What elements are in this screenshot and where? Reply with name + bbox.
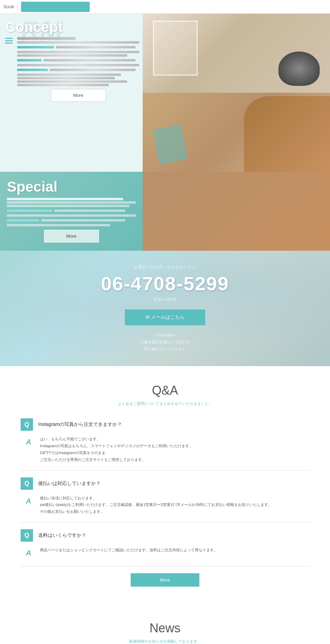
qa-subtitle: よくあるご質問についてまとめさせていただきました。 bbox=[21, 401, 309, 406]
address-line1: 大阪市西区北堀江１丁目1-10 bbox=[7, 339, 323, 346]
address-line2: 四ツ橋グランドビル６Ｆ bbox=[7, 346, 323, 353]
qa-question-text-1: Instagramの写真から注文できますか？ bbox=[38, 421, 122, 428]
glass-block bbox=[154, 125, 187, 163]
a-icon-1: A bbox=[22, 436, 35, 448]
qa-item-2: Q 後払いは対応していますか？ A 後払い決済に対応しております。 pai後払い… bbox=[21, 477, 309, 522]
photo-frame bbox=[153, 21, 198, 76]
hedgehog-image bbox=[143, 14, 330, 93]
qa-answer-text-1: はい、もちろん可能でございます。 Instagramの写真はもちろん、スマートフ… bbox=[40, 436, 193, 463]
qa-question-1[interactable]: Q Instagramの写真から注文できますか？ bbox=[21, 418, 309, 431]
news-subtitle: 新着情報やお知らせを掲載しております。 bbox=[14, 639, 316, 644]
scroll-label: Scroll bbox=[3, 4, 18, 9]
qa-question-3[interactable]: Q 送料はいくらですか？ bbox=[21, 529, 309, 542]
special-more-button[interactable]: More bbox=[44, 230, 99, 242]
hamburger-menu[interactable] bbox=[5, 38, 13, 44]
address: 〒550-0014 大阪市西区北堀江１丁目1-10 四ツ橋グランドビル６Ｆ bbox=[7, 332, 323, 352]
q-icon-1: Q bbox=[21, 418, 33, 431]
hero-section: RM Concept bbox=[0, 14, 330, 172]
email-button[interactable]: ✉ メールはこちら bbox=[125, 309, 205, 325]
a-icon-2: A bbox=[22, 495, 35, 507]
q-icon-2: Q bbox=[21, 477, 33, 490]
hero-images bbox=[143, 14, 330, 172]
contact-content: お電話でのお問い合わせはこちら 06-4708-5299 9:00〜18:00 … bbox=[7, 264, 323, 352]
concept-body bbox=[17, 41, 139, 86]
qa-more-button[interactable]: More bbox=[131, 573, 199, 587]
qa-answer-2: A 後払い決済に対応しております。 pai後払い(paidy)をご利用いただけま… bbox=[21, 495, 309, 515]
qa-answer-text-3: 商品ページまたはショッピングカートにてご確認いただけます。送料はご注文内容によっ… bbox=[40, 547, 218, 554]
qa-answer-1: A はい、もちろん可能でございます。 Instagramの写真はもちろん、スマー… bbox=[21, 436, 309, 463]
q-icon-3: Q bbox=[21, 529, 33, 542]
news-section: News 新着情報やお知らせを掲載しております。 bbox=[0, 604, 330, 644]
concept-title: Concept bbox=[5, 19, 63, 35]
top-bar: Scroll bbox=[0, 0, 330, 14]
qa-item-3: Q 送料はいくらですか？ A 商品ページまたはショッピングカートにてご確認いただ… bbox=[21, 529, 309, 566]
qa-answer-text-2: 後払い決済に対応しております。 pai後払い(paidy)をご利用いただけます。… bbox=[40, 495, 272, 515]
special-text-block bbox=[7, 198, 136, 226]
a-icon-3: A bbox=[22, 547, 35, 559]
qa-item-1: Q Instagramの写真から注文できますか？ A はい、もちろん可能でござい… bbox=[21, 418, 309, 470]
qa-question-text-3: 送料はいくらですか？ bbox=[38, 532, 86, 539]
contact-subtitle: お電話でのお問い合わせはこちら bbox=[7, 264, 323, 270]
special-title: Special bbox=[7, 179, 136, 195]
special-panel: Special More bbox=[0, 172, 143, 251]
address-zip: 〒550-0014 bbox=[7, 332, 323, 339]
news-title: News bbox=[14, 621, 316, 635]
qa-question-2[interactable]: Q 後払いは対応していますか？ bbox=[21, 477, 309, 490]
qa-title: Q&A bbox=[21, 383, 309, 398]
special-image-area bbox=[143, 172, 330, 251]
contact-section: お電話でのお問い合わせはこちら 06-4708-5299 9:00〜18:00 … bbox=[0, 251, 330, 366]
qa-answer-3: A 商品ページまたはショッピングカートにてご確認いただけます。送料はご注文内容に… bbox=[21, 547, 309, 559]
qa-question-text-2: 後払いは対応していますか？ bbox=[38, 481, 101, 487]
cat-shape bbox=[244, 96, 330, 172]
concept-subtitle bbox=[17, 37, 76, 40]
business-hours: 9:00〜18:00 bbox=[7, 297, 323, 303]
phone-number: 06-4708-5299 bbox=[7, 272, 323, 295]
concept-text-block: More bbox=[17, 37, 139, 102]
hedgehog-shape bbox=[278, 52, 320, 86]
nav-bar[interactable] bbox=[21, 2, 90, 12]
concept-more-button[interactable]: More bbox=[51, 89, 106, 102]
concept-panel: RM Concept bbox=[0, 14, 143, 172]
cat-image bbox=[143, 93, 330, 172]
special-section: Special More bbox=[0, 172, 330, 251]
qa-section: Q&A よくあるご質問についてまとめさせていただきました。 Q Instagra… bbox=[0, 366, 330, 604]
